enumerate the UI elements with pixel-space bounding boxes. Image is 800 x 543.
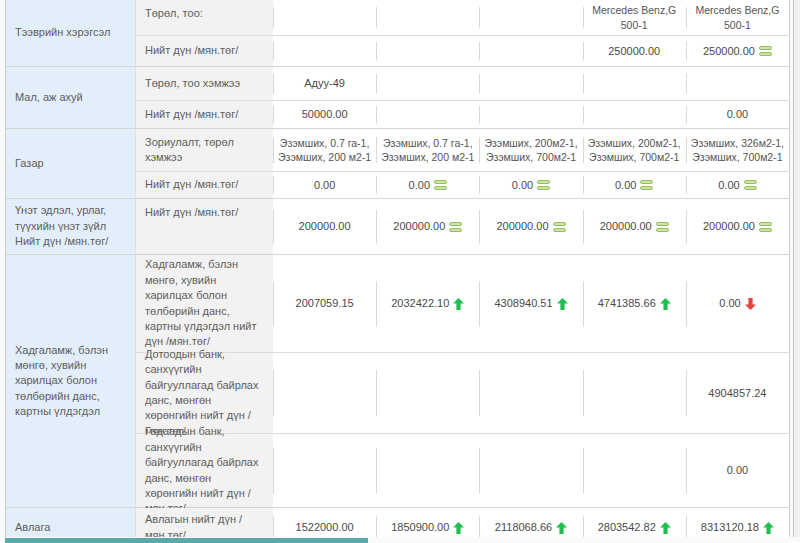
- cell-value: Mercedes Benz,G 500-1: [586, 3, 683, 31]
- table-cell: [376, 0, 479, 35]
- cell-value: 0.00: [727, 463, 748, 478]
- table-cell: [376, 353, 479, 433]
- cell-value: 0.00: [719, 296, 740, 311]
- table-cell: [479, 0, 582, 35]
- unchanged-icon: [656, 221, 669, 233]
- table-cell: 0.00: [479, 172, 582, 198]
- cell-value: 0.00: [727, 107, 748, 122]
- cell-value: 250000.00: [703, 44, 755, 59]
- group-label: Үнэт эдлэл, урлаг, түүхийн үнэт зүйл Ний…: [6, 199, 136, 254]
- table-cell: 200000.00: [376, 199, 479, 254]
- table-row: Зориулалт, төрөл хэмжээ Эзэмших, 0.7 га-…: [136, 129, 789, 171]
- group-label: Мал, аж ахуй: [6, 67, 136, 128]
- table-row: Нийт дүн /мян.төг/ 250000.00 250000.00: [136, 35, 789, 66]
- table-row: Нийт дүн /мян.төг/ 50000.00 0.00: [136, 100, 789, 128]
- table-cell: [479, 36, 582, 66]
- table-cell: [273, 353, 376, 433]
- unchanged-icon: [553, 221, 566, 233]
- group-valuables: Үнэт эдлэл, урлаг, түүхийн үнэт зүйл Ний…: [6, 198, 789, 254]
- horizontal-scrollbar-track[interactable]: [0, 537, 800, 543]
- table-cell: [273, 434, 376, 507]
- unchanged-icon: [537, 179, 550, 191]
- group-livestock: Мал, аж ахуй Төрөл, тоо хэмжээ Адуу-49 Н…: [6, 66, 789, 128]
- table-cell: 2032422.10: [376, 255, 479, 352]
- table-cell: 200000.00: [273, 199, 376, 254]
- table-cell: [376, 101, 479, 128]
- asset-declaration-table: Тээврийн хэрэгсэл Төрөл, тоо: Mercedes B…: [5, 0, 790, 543]
- vertical-scrollbar-gutter[interactable]: [794, 0, 800, 543]
- cell-value: 4904857.24: [708, 386, 766, 401]
- table-row: Нийт дүн /мян.төг/ 0.00 0.00 0.00 0.00 0…: [136, 171, 789, 198]
- increase-icon: [556, 522, 567, 534]
- row-sublabel: Нийт дүн /мян.төг/: [136, 36, 273, 66]
- row-sublabel: Зориулалт, төрөл хэмжээ: [136, 129, 273, 171]
- row-sublabel: Төрөл, тоо:: [136, 0, 273, 35]
- cell-value: 200000.00: [497, 219, 549, 234]
- table-cell: [686, 67, 789, 100]
- cell-value: 200000.00: [299, 219, 351, 234]
- cell-value: 0.00: [512, 178, 533, 193]
- table-cell: Mercedes Benz,G 500-1: [583, 0, 686, 35]
- table-cell: 0.00: [686, 172, 789, 198]
- table-cell: [376, 67, 479, 100]
- cell-value: 4741385.66: [598, 296, 656, 311]
- cell-value: 250000.00: [608, 44, 660, 59]
- group-label: Хадгаламж, бэлэн мөнгө, хувийн харилцах …: [6, 255, 136, 507]
- cell-value: Эзэмших, 200м2-1, Эзэмших, 700м2-1: [586, 136, 683, 164]
- unchanged-icon: [744, 179, 757, 191]
- cell-value: 0.00: [314, 178, 335, 193]
- table-row: Хадгаламж, бэлэн мөнгө, хувийн харилцах …: [136, 255, 789, 352]
- group-savings: Хадгаламж, бэлэн мөнгө, хувийн харилцах …: [6, 254, 789, 507]
- table-cell: 0.00: [273, 172, 376, 198]
- table-cell: [376, 36, 479, 66]
- table-cell: [479, 353, 582, 433]
- table-cell: [479, 434, 582, 507]
- table-cell: 4308940.51: [479, 255, 582, 352]
- table-cell: 0.00: [583, 172, 686, 198]
- table-cell: [583, 434, 686, 507]
- table-cell: [479, 67, 582, 100]
- table-cell: 0.00: [376, 172, 479, 198]
- table-cell: [583, 67, 686, 100]
- table-cell: 200000.00: [686, 199, 789, 254]
- cell-value: 1850900.00: [391, 520, 449, 535]
- row-sublabel: Нийт дүн /мян.төг/: [136, 172, 273, 198]
- horizontal-scrollbar-thumb[interactable]: [5, 538, 368, 543]
- unchanged-icon: [640, 179, 653, 191]
- table-cell: [583, 101, 686, 128]
- cell-value: 0.00: [718, 178, 739, 193]
- declaration-table-view: Тээврийн хэрэгсэл Төрөл, тоо: Mercedes B…: [0, 0, 800, 543]
- table-cell: 4904857.24: [686, 353, 789, 433]
- group-label: Газар: [6, 129, 136, 198]
- table-cell: Mercedes Benz,G 500-1: [686, 0, 789, 35]
- cell-value: Адуу-49: [304, 76, 345, 91]
- table-row: Төрөл, тоо хэмжээ Адуу-49: [136, 67, 789, 100]
- increase-icon: [453, 522, 464, 534]
- table-cell: 4741385.66: [583, 255, 686, 352]
- cell-value: 200000.00: [393, 219, 445, 234]
- table-cell: Адуу-49: [273, 67, 376, 100]
- increase-icon: [557, 298, 568, 310]
- table-cell: Эзэмших, 200м2-1, Эзэмших, 700м2-1: [583, 129, 686, 171]
- table-cell: 50000.00: [273, 101, 376, 128]
- table-cell: 2007059.15: [273, 255, 376, 352]
- table-row: Нийт дүн /мян.төг/ 200000.00 200000.00 2…: [136, 199, 789, 254]
- cell-value: Эзэмших, 0.7 га-1, Эзэмших, 200 м2-1: [379, 136, 476, 164]
- unchanged-icon: [434, 179, 447, 191]
- cell-value: 2032422.10: [391, 296, 449, 311]
- cell-value: Эзэмших, 326м2-1, Эзэмших, 700м2-1: [689, 136, 786, 164]
- increase-icon: [453, 298, 464, 310]
- group-land: Газар Зориулалт, төрөл хэмжээ Эзэмших, 0…: [6, 128, 789, 198]
- table-cell: 0.00: [686, 434, 789, 507]
- table-cell: 200000.00: [479, 199, 582, 254]
- table-cell: 200000.00: [583, 199, 686, 254]
- group-vehicle: Тээврийн хэрэгсэл Төрөл, тоо: Mercedes B…: [6, 0, 789, 66]
- row-sublabel: Дотоодын банк, санхүүгийн байгууллагад б…: [136, 353, 273, 433]
- table-cell: 250000.00: [686, 36, 789, 66]
- cell-value: 2007059.15: [296, 296, 354, 311]
- table-cell: [479, 101, 582, 128]
- table-cell: [273, 0, 376, 35]
- table-row: Дотоодын банк, санхүүгийн байгууллагад б…: [136, 352, 789, 433]
- table-cell: 250000.00: [583, 36, 686, 66]
- unchanged-icon: [759, 221, 772, 233]
